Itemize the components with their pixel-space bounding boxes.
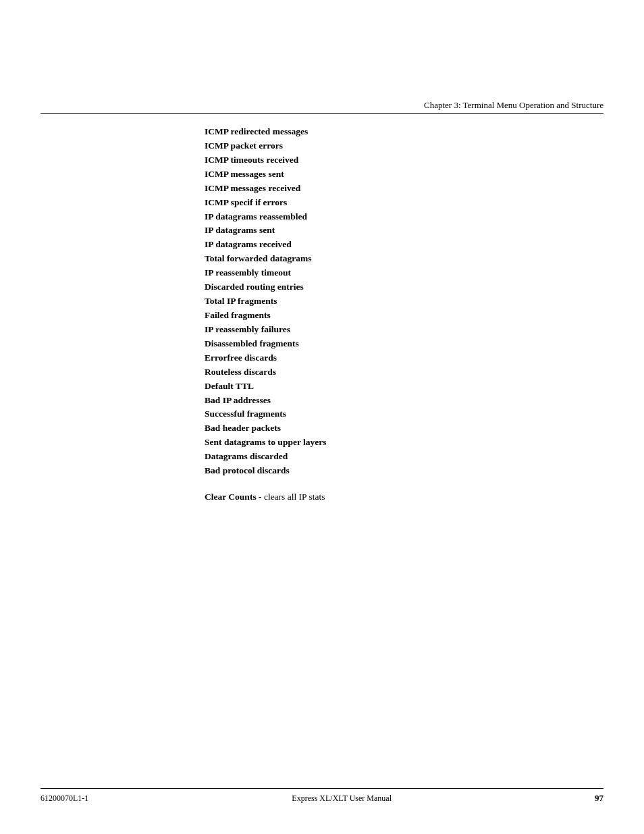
list-item: IP reassembly timeout (205, 266, 576, 280)
list-item: Routeless discards (205, 365, 576, 380)
list-item: Sent datagrams to upper layers (205, 436, 576, 450)
header-rule (41, 113, 603, 114)
clear-counts-section: Clear Counts - clears all IP stats (205, 490, 576, 504)
footer-rule (41, 788, 603, 789)
list-item: Total IP fragments (205, 294, 576, 309)
list-item: Disassembled fragments (205, 337, 576, 351)
clear-counts-bold: Clear Counts - (205, 492, 262, 502)
list-item: ICMP timeouts received (205, 153, 576, 167)
page-container: Chapter 3: Terminal Menu Operation and S… (0, 0, 644, 834)
footer-area: 61200070L1-1 Express XL/XLT User Manual … (41, 793, 603, 804)
clear-counts-text: Clear Counts - clears all IP stats (205, 490, 576, 504)
list-item: Discarded routing entries (205, 280, 576, 294)
chapter-title: Chapter 3: Terminal Menu Operation and S… (424, 100, 603, 111)
list-item: IP datagrams sent (205, 224, 576, 238)
header-area: Chapter 3: Terminal Menu Operation and S… (0, 100, 644, 111)
content-list: ICMP redirected messagesICMP packet erro… (205, 125, 576, 478)
list-item: IP reassembly failures (205, 323, 576, 337)
content-area: ICMP redirected messagesICMP packet erro… (205, 125, 576, 504)
list-item: IP datagrams received (205, 238, 576, 252)
list-item: ICMP messages sent (205, 167, 576, 182)
list-item: ICMP specif if errors (205, 196, 576, 210)
list-item: IP datagrams reassembled (205, 210, 576, 224)
footer-right: 97 (595, 793, 603, 804)
list-item: Failed fragments (205, 309, 576, 323)
list-item: Datagrams discarded (205, 450, 576, 464)
list-item: Default TTL (205, 380, 576, 394)
list-item: Total forwarded datagrams (205, 252, 576, 266)
list-item: Bad IP addresses (205, 394, 576, 408)
footer-center: Express XL/XLT User Manual (292, 793, 392, 804)
list-item: Errorfree discards (205, 351, 576, 365)
clear-counts-normal: clears all IP stats (262, 492, 325, 502)
list-item: Successful fragments (205, 407, 576, 421)
list-item: ICMP messages received (205, 182, 576, 196)
list-item: Bad protocol discards (205, 464, 576, 478)
footer-left: 61200070L1-1 (41, 793, 88, 804)
list-item: Bad header packets (205, 421, 576, 436)
list-item: ICMP packet errors (205, 139, 576, 153)
list-item: ICMP redirected messages (205, 125, 576, 139)
